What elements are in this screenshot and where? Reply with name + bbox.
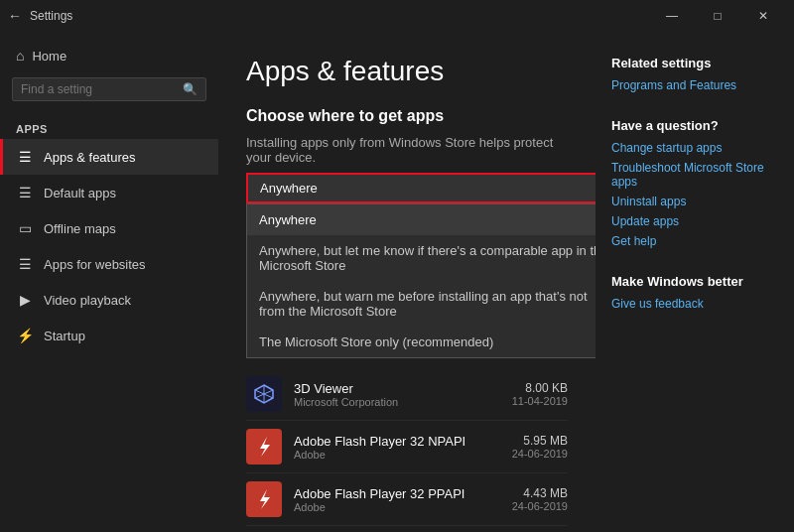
app-size-3dviewer: 8.00 KB [512,381,568,395]
search-icon: 🔍 [183,82,198,96]
sidebar-item-label-apps-features: Apps & features [44,150,136,165]
sidebar-item-video-playback[interactable]: ▶ Video playback [0,282,218,318]
app-date-flash-ppapi: 24-06-2019 [512,500,568,512]
sidebar-item-label-startup: Startup [44,329,85,343]
dropdown-selected-text: Anywhere [260,181,318,196]
minimize-button[interactable]: — [649,0,695,32]
dropdown-option-2[interactable]: Anywhere, but warn me before installing … [247,281,596,327]
apps-features-icon: ☰ [16,149,34,165]
right-panel: Related settings Programs and Features H… [596,32,794,532]
app-meta-flash-ppapi: 4.43 MB 24-06-2019 [512,486,568,512]
app-publisher-flash-npapi: Adobe [294,449,500,461]
main-layout: ⌂ Home 🔍 Apps ☰ Apps & features ☰ Defaul… [0,32,794,532]
default-apps-icon: ☰ [16,185,34,200]
dropdown-option-0[interactable]: Anywhere [247,204,596,235]
app-publisher-flash-ppapi: Adobe [294,501,500,513]
app-name-flash-ppapi: Adobe Flash Player 32 PPAPI [294,486,500,501]
app-item-3dviewer[interactable]: 3D Viewer Microsoft Corporation 8.00 KB … [246,368,568,421]
sidebar-item-apps-websites[interactable]: ☰ Apps for websites [0,246,218,282]
question-title: Have a question? [611,118,778,133]
app-name-flash-npapi: Adobe Flash Player 32 NPAPI [294,434,500,449]
app-info-flash-npapi: Adobe Flash Player 32 NPAPI Adobe [294,434,500,461]
video-playback-icon: ▶ [16,292,34,308]
dropdown-selected[interactable]: Anywhere ⌄ [246,173,596,203]
app-icon-flash-npapi [246,429,282,465]
startup-icon: ⚡ [16,328,34,343]
sidebar-item-label-apps-websites: Apps for websites [44,257,146,272]
sidebar-item-apps-features[interactable]: ☰ Apps & features [0,139,218,175]
sidebar: ⌂ Home 🔍 Apps ☰ Apps & features ☰ Defaul… [0,32,218,532]
sidebar-item-offline-maps[interactable]: ▭ Offline maps [0,210,218,246]
app-list: 3D Viewer Microsoft Corporation 8.00 KB … [246,368,568,532]
close-button[interactable]: ✕ [740,0,786,32]
app-publisher-3dviewer: Microsoft Corporation [294,396,500,408]
sidebar-item-default-apps[interactable]: ☰ Default apps [0,175,218,210]
back-icon: ⌂ [16,48,24,64]
right-separator-2 [611,254,778,274]
app-icon-flash-ppapi [246,481,282,517]
sidebar-item-startup[interactable]: ⚡ Startup [0,318,218,353]
sidebar-item-label-default-apps: Default apps [44,186,116,200]
content-area: Apps & features Choose where to get apps… [218,32,596,532]
programs-features-link[interactable]: Programs and Features [611,78,778,92]
app-item-flash-ppapi[interactable]: Adobe Flash Player 32 PPAPI Adobe 4.43 M… [246,473,568,526]
dropdown-option-1[interactable]: Anywhere, but let me know if there's a c… [247,235,596,281]
maximize-button[interactable]: □ [695,0,740,32]
sidebar-section-label: Apps [0,113,218,139]
titlebar-title: Settings [30,9,649,23]
sidebar-back[interactable]: ⌂ Home [0,40,218,71]
related-settings-title: Related settings [611,56,778,70]
get-help-link[interactable]: Get help [611,234,778,248]
app-name-3dviewer: 3D Viewer [294,381,500,396]
search-input[interactable] [21,82,183,96]
flash-npapi-svg [250,433,278,461]
app-icon-3dviewer [246,376,282,412]
page-title: Apps & features [246,56,568,87]
app-info-3dviewer: 3D Viewer Microsoft Corporation [294,381,500,408]
app-meta-3dviewer: 8.00 KB 11-04-2019 [512,381,568,407]
app-item-adv-disk[interactable]: Advanced Disk Recovery 154 MB 21-06-2019 [246,526,568,532]
choose-title: Choose where to get apps [246,107,568,125]
titlebar-controls: — □ ✕ [649,0,786,32]
sidebar-item-label-video-playback: Video playback [44,293,131,308]
offline-maps-icon: ▭ [16,220,34,236]
app-size-flash-ppapi: 4.43 MB [512,486,568,500]
get-apps-dropdown[interactable]: Anywhere ⌄ Anywhere Anywhere, but let me… [246,173,596,203]
change-startup-link[interactable]: Change startup apps [611,141,778,155]
troubleshoot-store-link[interactable]: Troubleshoot Microsoft Store apps [611,161,778,189]
flash-ppapi-svg [250,485,278,513]
app-item-flash-npapi[interactable]: Adobe Flash Player 32 NPAPI Adobe 5.95 M… [246,421,568,473]
app-info-flash-ppapi: Adobe Flash Player 32 PPAPI Adobe [294,486,500,513]
dropdown-menu: Anywhere Anywhere, but let me know if th… [246,203,596,358]
app-meta-flash-npapi: 5.95 MB 24-06-2019 [512,434,568,460]
sidebar-home-label: Home [32,49,66,64]
update-apps-link[interactable]: Update apps [611,214,778,228]
app-date-flash-npapi: 24-06-2019 [512,448,568,460]
apps-websites-icon: ☰ [16,256,34,272]
give-feedback-link[interactable]: Give us feedback [611,297,778,311]
right-separator-1 [611,98,778,118]
uninstall-apps-link[interactable]: Uninstall apps [611,195,778,208]
titlebar: ← Settings — □ ✕ [0,0,794,32]
titlebar-back-icon: ← [8,8,22,24]
make-better-title: Make Windows better [611,274,778,289]
sidebar-item-label-offline-maps: Offline maps [44,221,116,236]
choose-subtitle: Installing apps only from Windows Store … [246,135,568,165]
search-box: 🔍 [12,77,206,101]
3d-viewer-svg [250,380,278,408]
dropdown-option-3[interactable]: The Microsoft Store only (recommended) [247,327,596,357]
app-date-3dviewer: 11-04-2019 [512,395,568,407]
app-size-flash-npapi: 5.95 MB [512,434,568,448]
